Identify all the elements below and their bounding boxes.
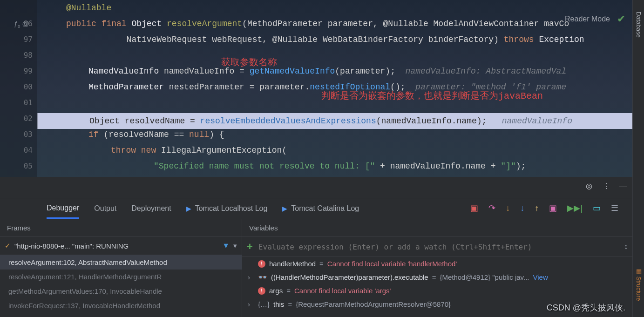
- check-icon: ✓: [5, 242, 11, 250]
- run-to-cursor-icon[interactable]: ▶▶|: [567, 203, 583, 213]
- gutter-line: 03: [0, 127, 33, 142]
- database-tool-button[interactable]: Database: [633, 9, 644, 40]
- gutter-line: 01: [0, 95, 33, 111]
- gutter-line: 98: [0, 47, 33, 63]
- frame-item[interactable]: resolveArgument:121, HandlerMethodArgume…: [0, 270, 242, 284]
- debug-panel-body: Frames ✓ "http-nio-8080-e... "main": RUN…: [0, 219, 632, 317]
- gutter-line: 97: [0, 32, 33, 47]
- variable-row[interactable]: ! args = Cannot find local variable 'arg…: [242, 284, 632, 297]
- var-value: {Method@4912} "public jav...: [440, 273, 529, 281]
- thread-selector[interactable]: ✓ "http-nio-8080-e... "main": RUNNING ▼ …: [0, 237, 242, 255]
- watch-icon: 👓: [258, 274, 267, 281]
- gutter-method-icon[interactable]: ƒx @: [14, 20, 29, 29]
- var-value: Cannot find local variable 'args': [294, 287, 391, 295]
- right-toolwindow-bar: Database ▦ Structure: [632, 0, 644, 317]
- frames-header: Frames: [0, 219, 242, 237]
- thread-label: "http-nio-8080-e... "main": RUNNING: [14, 242, 218, 250]
- debug-panel: Debugger Output Deployment ▶ Tomcat Loca…: [0, 198, 632, 317]
- log-icon: ▶: [282, 205, 287, 212]
- show-execution-point-icon[interactable]: ▣: [470, 203, 478, 213]
- error-icon: !: [258, 260, 265, 268]
- frame-item[interactable]: invokeForRequest:137, InvocableHandlerMe…: [0, 298, 242, 313]
- step-into-icon[interactable]: ↓: [506, 203, 510, 213]
- check-icon: ✔: [617, 13, 625, 25]
- gutter-line: 99: [0, 63, 33, 79]
- gutter-line: 00: [0, 79, 33, 95]
- watermark: CSDN @秃头披风侠.: [547, 302, 625, 313]
- step-over-icon[interactable]: ↷: [488, 203, 495, 213]
- frames-pane: Frames ✓ "http-nio-8080-e... "main": RUN…: [0, 219, 242, 317]
- var-name: args: [269, 287, 283, 295]
- error-icon: !: [258, 287, 265, 295]
- code-line: NamedValueInfo namedValueInfo = getNamed…: [37, 63, 632, 79]
- view-link[interactable]: View: [533, 273, 548, 281]
- tab-debugger[interactable]: Debugger: [47, 198, 79, 219]
- var-value: Cannot find local variable 'handlerMetho…: [327, 260, 457, 268]
- object-icon: {…}: [258, 300, 270, 308]
- structure-tool-button[interactable]: ▦ Structure: [633, 265, 644, 303]
- breakpoint-current-line: Object resolvedName = resolveEmbeddedVal…: [37, 113, 632, 129]
- var-value: {RequestParamMethodArgumentResolver@5870…: [296, 300, 451, 308]
- minimize-icon[interactable]: —: [619, 182, 628, 190]
- annotation-red: 获取参数名称: [221, 55, 277, 71]
- variable-row[interactable]: › 👓 ((HandlerMethodParameter)parameter).…: [242, 270, 632, 284]
- evaluate-bar: + ↕: [242, 237, 632, 257]
- force-step-into-icon[interactable]: ↓: [520, 203, 524, 213]
- gutter-line: 05: [0, 158, 33, 174]
- reader-mode-label: Reader Mode: [565, 15, 610, 23]
- evaluate-icon[interactable]: ▭: [593, 203, 601, 213]
- var-name: ((HandlerMethodParameter)parameter).exec…: [271, 273, 428, 281]
- gutter-line: 02: [0, 111, 33, 127]
- add-watch-icon[interactable]: +: [247, 241, 253, 253]
- variable-row[interactable]: ! handlerMethod = Cannot find local vari…: [242, 257, 632, 270]
- target-icon[interactable]: ◎: [586, 182, 594, 190]
- frame-item[interactable]: getMethodArgumentValues:170, InvocableHa…: [0, 284, 242, 298]
- editor-area: 96 97 98 99 00 01 02 03 04 05 ƒx @ @Null…: [0, 0, 632, 177]
- annotation-red: 判断是否为嵌套的参数，也就是判断是否为javaBean: [321, 88, 543, 104]
- filter-icon[interactable]: ▼: [222, 242, 230, 250]
- var-name: this: [273, 300, 284, 308]
- more-icon[interactable]: ⋮: [603, 182, 611, 190]
- log-icon: ▶: [186, 205, 191, 212]
- threadlist-icon[interactable]: ☰: [611, 203, 618, 213]
- expand-icon[interactable]: ›: [248, 300, 254, 308]
- code-line: "Specified name must not resolve to null…: [37, 158, 632, 174]
- drop-frame-icon[interactable]: ▣: [549, 203, 557, 213]
- gutter-line: [0, 0, 33, 16]
- sort-icon[interactable]: ↕: [624, 243, 628, 251]
- chevron-down-icon[interactable]: ▾: [233, 242, 237, 250]
- expand-icon[interactable]: ›: [248, 273, 254, 281]
- code-line: if (resolvedName == null) {: [37, 127, 632, 142]
- reader-mode-toggle[interactable]: Reader Mode ✔: [565, 13, 625, 25]
- frame-item[interactable]: resolveArgument:102, AbstractNamedValueM…: [0, 255, 242, 270]
- code-line: [37, 47, 632, 63]
- gutter-line: 04: [0, 142, 33, 158]
- panel-controls: ◎ ⋮ —: [586, 182, 628, 190]
- variables-header: Variables: [242, 219, 632, 237]
- tab-output[interactable]: Output: [94, 198, 116, 219]
- code-line: throw new IllegalArgumentException(: [37, 142, 632, 158]
- var-name: handlerMethod: [269, 260, 316, 268]
- tab-deployment[interactable]: Deployment: [131, 198, 171, 219]
- code-line: NativeWebRequest webRequest, @Nullable W…: [37, 32, 632, 47]
- step-out-icon[interactable]: ↑: [535, 203, 539, 213]
- debug-toolbar: ▣ ↷ ↓ ↓ ↑ ▣ ▶▶| ▭ ☰: [470, 203, 618, 213]
- tab-tomcat-localhost-log[interactable]: ▶ Tomcat Localhost Log: [186, 198, 268, 219]
- debug-panel-tabs: Debugger Output Deployment ▶ Tomcat Loca…: [0, 198, 632, 219]
- tab-tomcat-catalina-log[interactable]: ▶ Tomcat Catalina Log: [282, 198, 359, 219]
- code-line: public final Object resolveArgument(Meth…: [37, 16, 632, 32]
- evaluate-input[interactable]: [258, 243, 618, 251]
- code-line: @Nullable: [37, 0, 632, 16]
- code-body[interactable]: @Nullable public final Object resolveArg…: [37, 0, 632, 177]
